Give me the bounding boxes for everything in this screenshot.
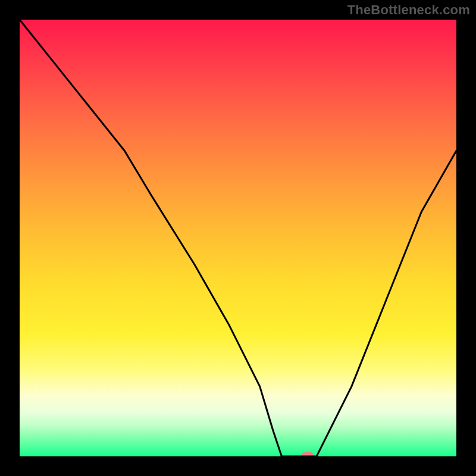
chart-frame: TheBottleneck.com: [0, 0, 476, 476]
watermark-text: TheBottleneck.com: [347, 2, 470, 18]
plot-area: [20, 20, 456, 456]
curve-line: [20, 20, 456, 456]
